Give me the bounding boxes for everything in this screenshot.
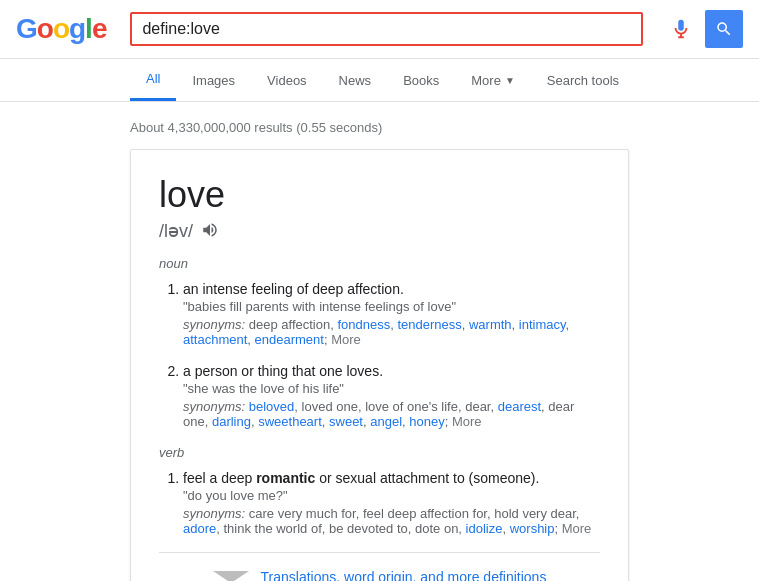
noun-def-1-text: an intense feeling of deep affection. bbox=[183, 281, 600, 297]
microphone-icon[interactable] bbox=[667, 15, 695, 43]
noun-def-2-text: a person or thing that one loves. bbox=[183, 363, 600, 379]
synonym-idolize[interactable]: idolize bbox=[466, 521, 503, 536]
noun-definitions: an intense feeling of deep affection. "b… bbox=[159, 281, 600, 429]
verb-def-1-example: "do you love me?" bbox=[183, 488, 600, 503]
definition-card: love /ləv/ noun an intense feeling of de… bbox=[130, 149, 629, 581]
speaker-icon[interactable] bbox=[201, 221, 219, 242]
header: Google bbox=[0, 0, 759, 59]
synonym-attachment[interactable]: attachment bbox=[183, 332, 247, 347]
noun-def-1-more[interactable]: More bbox=[331, 332, 361, 347]
pronunciation: /ləv/ bbox=[159, 220, 600, 242]
results-area: About 4,330,000,000 results (0.55 second… bbox=[0, 102, 759, 581]
tab-images[interactable]: Images bbox=[176, 61, 251, 100]
verb-def-1-synonyms: synonyms: care very much for, feel deep … bbox=[183, 506, 600, 536]
synonym-sweet[interactable]: sweet bbox=[329, 414, 363, 429]
noun-def-1-example: "babies fill parents with intense feelin… bbox=[183, 299, 600, 314]
synonym-intimacy[interactable]: intimacy bbox=[519, 317, 566, 332]
tab-more[interactable]: More ▼ bbox=[455, 61, 531, 100]
synonym-dearest[interactable]: dearest bbox=[498, 399, 541, 414]
tab-news[interactable]: News bbox=[323, 61, 388, 100]
synonym-endearment[interactable]: endearment bbox=[255, 332, 324, 347]
synonym-honey[interactable]: honey bbox=[409, 414, 444, 429]
tab-books[interactable]: Books bbox=[387, 61, 455, 100]
translations-footer[interactable]: Translations, word origin, and more defi… bbox=[159, 552, 600, 581]
noun-def-2-more[interactable]: More bbox=[452, 414, 482, 429]
synonym-fondness[interactable]: fondness bbox=[337, 317, 390, 332]
search-bar[interactable] bbox=[130, 12, 643, 46]
chevron-down-icon: ▼ bbox=[505, 75, 515, 86]
tab-videos[interactable]: Videos bbox=[251, 61, 323, 100]
synonym-tenderness[interactable]: tenderness bbox=[397, 317, 461, 332]
tab-search-tools[interactable]: Search tools bbox=[531, 61, 635, 100]
verb-def-1-text: feel a deep romantic or sexual attachmen… bbox=[183, 470, 600, 486]
pos-noun: noun bbox=[159, 256, 600, 271]
verb-def-1: feel a deep romantic or sexual attachmen… bbox=[183, 470, 600, 536]
verb-definitions: feel a deep romantic or sexual attachmen… bbox=[159, 470, 600, 536]
noun-def-2-example: "she was the love of his life" bbox=[183, 381, 600, 396]
google-logo: Google bbox=[16, 13, 106, 45]
results-count: About 4,330,000,000 results (0.55 second… bbox=[130, 112, 629, 149]
tab-more-label: More bbox=[471, 73, 501, 88]
synonym-worship[interactable]: worship bbox=[510, 521, 555, 536]
synonym-adore[interactable]: adore bbox=[183, 521, 216, 536]
noun-def-2-synonyms: synonyms: beloved, loved one, love of on… bbox=[183, 399, 600, 429]
noun-def-1-synonyms: synonyms: deep affection, fondness, tend… bbox=[183, 317, 600, 347]
pronunciation-text: /ləv/ bbox=[159, 220, 193, 242]
noun-def-2: a person or thing that one loves. "she w… bbox=[183, 363, 600, 429]
synonym-darling[interactable]: darling bbox=[212, 414, 251, 429]
search-input[interactable] bbox=[142, 20, 631, 38]
search-button[interactable] bbox=[705, 10, 743, 48]
chevron-down-icon bbox=[213, 571, 249, 581]
pos-verb: verb bbox=[159, 445, 600, 460]
nav-tabs: All Images Videos News Books More ▼ Sear… bbox=[0, 59, 759, 102]
word-title: love bbox=[159, 174, 600, 216]
header-icons bbox=[667, 10, 743, 48]
translations-text: Translations, word origin, and more defi… bbox=[261, 569, 547, 581]
tab-all[interactable]: All bbox=[130, 59, 176, 101]
synonym-beloved[interactable]: beloved bbox=[249, 399, 295, 414]
logo-text: Google bbox=[16, 13, 106, 45]
synonym-angel[interactable]: angel bbox=[370, 414, 402, 429]
synonym-sweetheart[interactable]: sweetheart bbox=[258, 414, 322, 429]
verb-def-1-more[interactable]: More bbox=[562, 521, 592, 536]
noun-def-1: an intense feeling of deep affection. "b… bbox=[183, 281, 600, 347]
synonym-warmth[interactable]: warmth bbox=[469, 317, 512, 332]
